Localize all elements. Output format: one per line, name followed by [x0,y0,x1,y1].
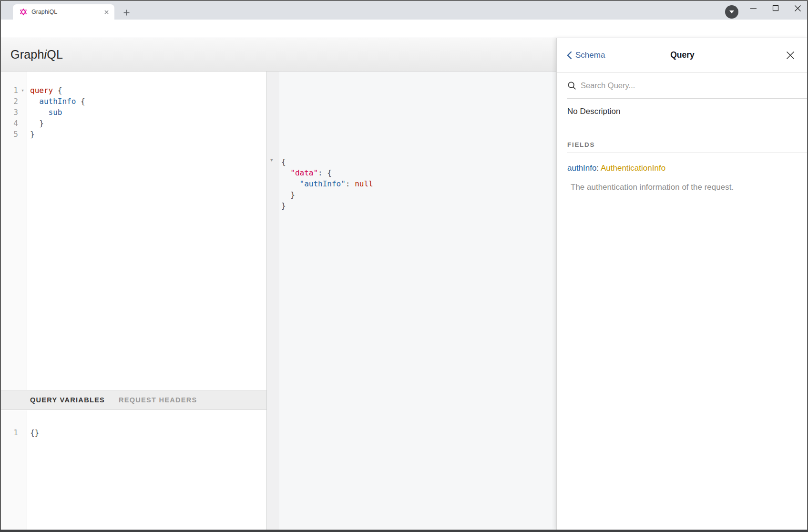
doc-explorer-body: No Description FIELDS authInfo: Authenti… [567,99,808,192]
variables-tab-bar: QUERY VARIABLES REQUEST HEADERS [0,390,266,410]
doc-field-description: The authentication information of the re… [567,183,808,192]
doc-field-name-link[interactable]: authInfo [567,164,596,173]
fold-arrow-icon[interactable]: ▾ [18,85,27,96]
window-close-button[interactable] [787,0,808,16]
tab-title: GraphiQL [31,9,102,15]
graphiql-toolbar: GraphiQL PrettifyMergeCopyHistoryShare [0,38,556,72]
doc-fields-heading: FIELDS [567,141,808,148]
query-code-line: 4 } [0,118,266,129]
browser-tab[interactable]: GraphiQL [13,4,114,20]
result-viewer[interactable]: ▾ { "data": { "authInfo": null }} [267,72,556,530]
tab-close-icon[interactable] [102,8,111,16]
doc-close-icon[interactable] [786,51,795,60]
browser-toolbar: localhost:3000/graphql PTp L Aktualisier… [0,20,808,38]
query-variables-editor[interactable]: 1 {} [0,410,266,530]
tab-request-headers[interactable]: REQUEST HEADERS [119,396,197,404]
doc-back-link[interactable]: Schema [566,51,605,60]
doc-explorer-header: Schema Query [557,38,808,72]
doc-back-label: Schema [575,51,605,60]
graphiql-logo: GraphiQL [10,38,63,71]
doc-fields-separator [567,153,808,153]
query-code-line: 3 sub [0,107,266,118]
chrome-update-badge-icon[interactable] [725,5,738,19]
doc-field-type-link[interactable]: AuthenticationInfo [601,164,665,173]
new-tab-button[interactable] [120,6,133,19]
query-code-line: 2 authInfo { [0,96,266,107]
variables-line-number: 1 [0,427,18,438]
window-maximize-button[interactable] [765,0,786,16]
query-editor[interactable]: 1▾query {2 authInfo {3 sub4 }5} [0,72,266,390]
window-frame-top [0,0,808,1]
result-fold-arrow-icon[interactable]: ▾ [270,157,273,163]
result-code: { "data": { "authInfo": null }} [281,156,373,211]
result-code-line: } [281,189,373,200]
window-minimize-button[interactable] [743,0,764,16]
query-code-line: 5} [0,129,266,140]
doc-search-row [567,72,808,99]
tab-query-variables[interactable]: QUERY VARIABLES [30,396,105,404]
query-code: 1▾query {2 authInfo {3 sub4 }5} [0,85,266,140]
window-frame-left [0,0,1,532]
window-frame-bottom [0,530,808,532]
variables-code: 1 {} [0,427,39,438]
result-code-line: "data": { [281,167,373,178]
chevron-left-icon [566,51,572,60]
search-icon [567,81,576,90]
result-code-line: "authInfo": null [281,178,373,189]
doc-explorer-panel: Schema Query No Description FIELDS authI… [556,38,808,530]
browser-tab-strip: GraphiQL [0,0,808,20]
query-code-line: 1▾query { [0,85,266,96]
graphql-favicon-icon [20,8,27,16]
result-code-line: } [281,200,373,211]
result-code-line: { [281,156,373,167]
result-fold-gutter [267,72,279,530]
doc-search-input[interactable] [581,81,752,90]
doc-no-description: No Description [567,107,808,116]
doc-field-item: authInfo: AuthenticationInfo [567,164,808,173]
